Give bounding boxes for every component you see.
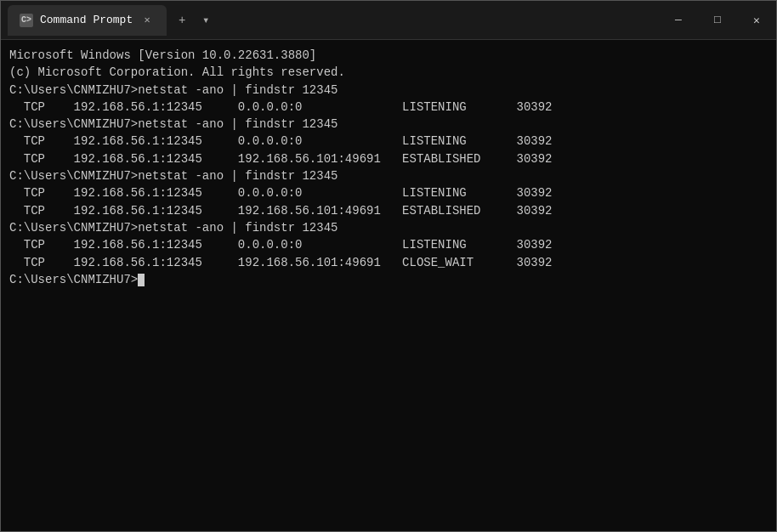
terminal-line: C:\Users\CNMIZHU7>netstat -ano | findstr… bbox=[9, 167, 768, 184]
terminal-line: C:\Users\CNMIZHU7> bbox=[9, 271, 768, 288]
new-tab-button[interactable]: + bbox=[173, 12, 190, 29]
terminal-line: TCP 192.168.56.1:12345 0.0.0.0:0 LISTENI… bbox=[9, 236, 768, 253]
terminal-line: TCP 192.168.56.1:12345 0.0.0.0:0 LISTENI… bbox=[9, 133, 768, 150]
window: C> Command Prompt ✕ + ▾ — □ ✕ bbox=[0, 0, 777, 532]
window-controls: — □ ✕ bbox=[659, 1, 776, 39]
titlebar-left: C> Command Prompt ✕ + ▾ bbox=[8, 5, 659, 36]
terminal-line: TCP 192.168.56.1:12345 0.0.0.0:0 LISTENI… bbox=[9, 99, 768, 116]
terminal-line: TCP 192.168.56.1:12345 192.168.56.101:49… bbox=[9, 150, 768, 167]
terminal-line: C:\Users\CNMIZHU7>netstat -ano | findstr… bbox=[9, 116, 768, 133]
titlebar: C> Command Prompt ✕ + ▾ — □ ✕ bbox=[1, 1, 776, 40]
close-button[interactable]: ✕ bbox=[737, 1, 776, 40]
dropdown-button[interactable]: ▾ bbox=[197, 12, 214, 29]
terminal-line: TCP 192.168.56.1:12345 192.168.56.101:49… bbox=[9, 254, 768, 271]
terminal-icon: C> bbox=[20, 14, 33, 27]
terminal-line: TCP 192.168.56.1:12345 192.168.56.101:49… bbox=[9, 202, 768, 219]
terminal-line: (c) Microsoft Corporation. All rights re… bbox=[9, 64, 768, 81]
tab-close-button[interactable]: ✕ bbox=[139, 13, 155, 28]
terminal-cursor bbox=[138, 274, 145, 286]
terminal-line: C:\Users\CNMIZHU7>netstat -ano | findstr… bbox=[9, 219, 768, 236]
maximize-button[interactable]: □ bbox=[698, 1, 737, 40]
terminal-line: C:\Users\CNMIZHU7>netstat -ano | findstr… bbox=[9, 82, 768, 99]
terminal-line: Microsoft Windows [Version 10.0.22631.38… bbox=[9, 47, 768, 64]
terminal-output[interactable]: Microsoft Windows [Version 10.0.22631.38… bbox=[1, 40, 776, 531]
tab-title: Command Prompt bbox=[40, 14, 133, 26]
minimize-button[interactable]: — bbox=[659, 1, 698, 40]
terminal-line: TCP 192.168.56.1:12345 0.0.0.0:0 LISTENI… bbox=[9, 184, 768, 201]
active-tab[interactable]: C> Command Prompt ✕ bbox=[8, 5, 167, 36]
